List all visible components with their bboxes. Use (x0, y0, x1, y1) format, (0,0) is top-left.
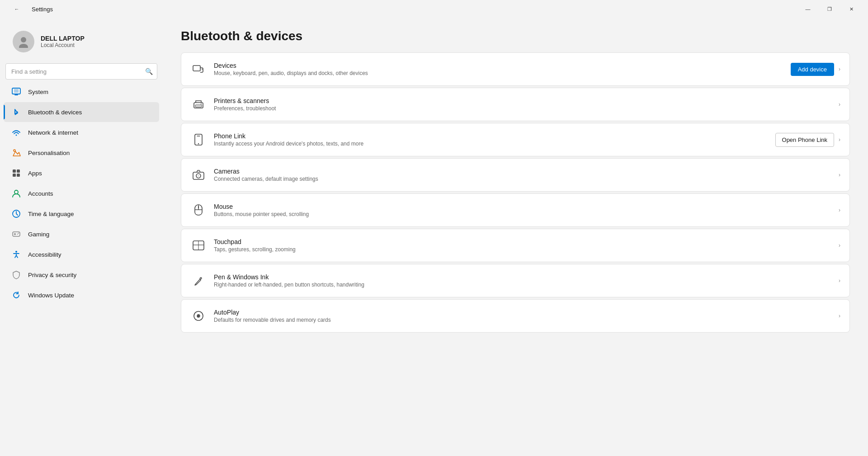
titlebar: ← Settings — ❐ ✕ (0, 0, 868, 18)
main-content: Bluetooth & devices Devices Mouse, keybo… (163, 18, 868, 456)
devices-chevron-icon: › (839, 66, 840, 72)
sidebar-item-personalisation[interactable]: Personalisation (4, 143, 159, 163)
mouse-chevron-icon: › (839, 207, 840, 213)
printers-action: › (839, 101, 840, 108)
touchpad-title: Touchpad (214, 238, 839, 245)
devices-desc: Mouse, keyboard, pen, audio, displays an… (214, 70, 791, 76)
svg-point-13 (17, 234, 18, 235)
cameras-desc: Connected cameras, default image setting… (214, 176, 839, 182)
touchpad-text: Touchpad Taps, gestures, scrolling, zoom… (214, 238, 839, 253)
minimize-button[interactable]: — (797, 2, 818, 16)
cameras-title: Cameras (214, 168, 839, 175)
phone-link-title: Phone Link (214, 132, 775, 140)
autoplay-action: › (839, 313, 840, 319)
privacy-icon (11, 269, 22, 280)
printers-chevron-icon: › (839, 101, 840, 108)
search-icon: 🔍 (145, 68, 153, 75)
cameras-action: › (839, 172, 840, 178)
mouse-icon (190, 202, 207, 218)
sidebar-label-gaming: Gaming (28, 231, 49, 238)
sidebar-label-network: Network & internet (28, 129, 78, 136)
devices-text: Devices Mouse, keyboard, pen, audio, dis… (214, 62, 791, 76)
search-input[interactable] (5, 63, 157, 80)
avatar (13, 31, 34, 52)
sidebar-item-time[interactable]: Time & language (4, 204, 159, 224)
sidebar-item-apps[interactable]: Apps (4, 163, 159, 183)
sidebar-item-network[interactable]: Network & internet (4, 122, 159, 142)
settings-list: Devices Mouse, keyboard, pen, audio, dis… (181, 52, 850, 333)
svg-rect-19 (195, 105, 202, 107)
search-container: 🔍 (5, 63, 157, 80)
user-info: DELL LAPTOP Local Account (41, 35, 85, 48)
sidebar-item-gaming[interactable]: Gaming (4, 224, 159, 244)
setting-item-mouse[interactable]: Mouse Buttons, mouse pointer speed, scro… (181, 193, 850, 227)
sidebar-item-system[interactable]: System (4, 82, 159, 102)
touchpad-desc: Taps, gestures, scrolling, zooming (214, 246, 839, 253)
sidebar-label-time: Time & language (28, 211, 74, 217)
bluetooth-icon (11, 107, 22, 118)
autoplay-desc: Defaults for removable drives and memory… (214, 317, 839, 323)
sidebar-label-system: System (28, 89, 48, 95)
svg-rect-8 (13, 174, 16, 177)
mouse-desc: Buttons, mouse pointer speed, scrolling (214, 211, 839, 217)
printers-icon (190, 96, 207, 113)
mouse-title: Mouse (214, 203, 839, 210)
sidebar-item-privacy[interactable]: Privacy & security (4, 265, 159, 285)
back-button[interactable]: ← (6, 2, 27, 16)
setting-item-printers[interactable]: Printers & scanners Preferences, trouble… (181, 88, 850, 121)
setting-item-touchpad[interactable]: Touchpad Taps, gestures, scrolling, zoom… (181, 229, 850, 262)
svg-point-22 (198, 143, 199, 144)
pen-action: › (839, 277, 840, 284)
svg-rect-9 (17, 174, 20, 177)
autoplay-icon (190, 308, 207, 324)
setting-item-pen[interactable]: Pen & Windows Ink Right-handed or left-h… (181, 264, 850, 297)
titlebar-controls: — ❐ ✕ (797, 2, 862, 16)
setting-item-devices[interactable]: Devices Mouse, keyboard, pen, audio, dis… (181, 52, 850, 86)
time-icon (11, 208, 22, 219)
sidebar-item-bluetooth[interactable]: Bluetooth & devices (4, 102, 159, 122)
user-profile[interactable]: DELL LAPTOP Local Account (4, 22, 159, 60)
cameras-icon (190, 167, 207, 183)
system-icon (11, 86, 22, 97)
setting-item-phone-link[interactable]: Phone Link Instantly access your Android… (181, 123, 850, 156)
svg-point-10 (14, 190, 18, 194)
phone-link-text: Phone Link Instantly access your Android… (214, 132, 775, 147)
autoplay-title: AutoPlay (214, 309, 839, 316)
touchpad-icon (190, 237, 207, 254)
sidebar-label-accessibility: Accessibility (28, 251, 61, 258)
sidebar-item-update[interactable]: Windows Update (4, 285, 159, 305)
sidebar-label-bluetooth: Bluetooth & devices (28, 109, 82, 116)
sidebar-item-accessibility[interactable]: Accessibility (4, 244, 159, 264)
svg-rect-6 (13, 169, 16, 173)
printers-desc: Preferences, troubleshoot (214, 105, 839, 112)
setting-item-autoplay[interactable]: AutoPlay Defaults for removable drives a… (181, 299, 850, 333)
titlebar-title: Settings (32, 6, 53, 13)
network-icon (11, 127, 22, 138)
phone-link-action: Open Phone Link › (775, 133, 840, 147)
mouse-action: › (839, 207, 840, 213)
autoplay-chevron-icon: › (839, 313, 840, 319)
open-phone-link-button[interactable]: Open Phone Link (775, 133, 834, 147)
pen-text: Pen & Windows Ink Right-handed or left-h… (214, 273, 839, 288)
svg-point-0 (21, 37, 26, 42)
pen-chevron-icon: › (839, 277, 840, 284)
maximize-button[interactable]: ❐ (819, 2, 840, 16)
touchpad-action: › (839, 242, 840, 249)
sidebar-label-update: Windows Update (28, 292, 74, 299)
printers-title: Printers & scanners (214, 97, 839, 104)
svg-point-20 (201, 103, 202, 104)
app-body: DELL LAPTOP Local Account 🔍 System (0, 18, 868, 456)
printers-text: Printers & scanners Preferences, trouble… (214, 97, 839, 112)
svg-point-14 (18, 233, 19, 234)
svg-point-17 (202, 69, 203, 70)
pen-icon (190, 273, 207, 289)
sidebar-item-accounts[interactable]: Accounts (4, 183, 159, 203)
pen-desc: Right-handed or left-handed, pen button … (214, 282, 839, 288)
add-device-button[interactable]: Add device (791, 63, 834, 76)
pen-title: Pen & Windows Ink (214, 273, 839, 281)
setting-item-cameras[interactable]: Cameras Connected cameras, default image… (181, 158, 850, 192)
svg-point-15 (15, 251, 17, 253)
personalisation-icon (11, 147, 22, 158)
close-button[interactable]: ✕ (841, 2, 862, 16)
accounts-icon (11, 188, 22, 199)
